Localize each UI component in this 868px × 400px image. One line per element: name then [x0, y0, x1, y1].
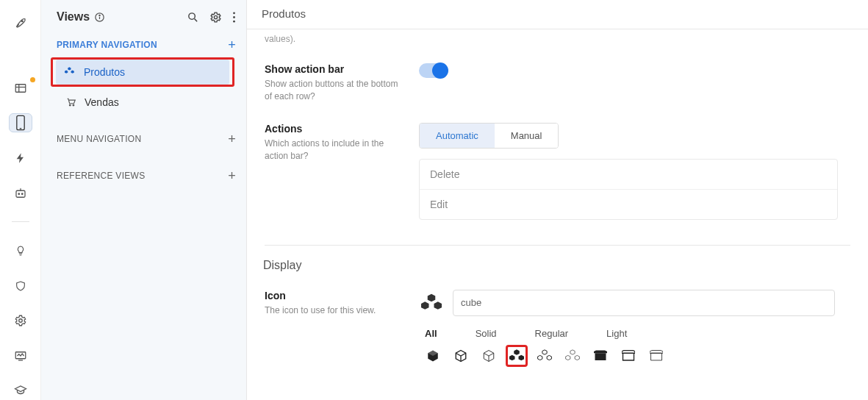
divider [265, 245, 850, 246]
section-menu-navigation: MENU NAVIGATION + [57, 132, 236, 146]
icon-option-cube-solid[interactable] [422, 345, 444, 367]
nav-item-label: Produtos [84, 66, 125, 78]
rail-separator [12, 221, 29, 222]
svg-point-10 [18, 319, 22, 323]
setting-actions-desc: Which actions to include in the action b… [265, 138, 407, 163]
rail-bot-icon[interactable] [9, 184, 32, 203]
icon-search-input[interactable] [453, 290, 835, 316]
icon-option-cubes-solid[interactable] [506, 345, 528, 367]
main-panel: Produtos values). Show action bar Show a… [247, 0, 868, 400]
icon-tab-regular[interactable]: Regular [535, 328, 569, 339]
toggle-show-action-bar[interactable] [419, 63, 447, 78]
section-reference-views: REFERENCE VIEWS + [57, 169, 236, 182]
seg-automatic[interactable]: Automatic [420, 124, 495, 148]
svg-rect-6 [16, 190, 25, 197]
action-item-edit[interactable]: Edit [420, 189, 837, 219]
cart-icon [65, 97, 77, 107]
icon-option-cubes-outline[interactable] [534, 345, 556, 367]
actions-list: Delete Edit [419, 159, 838, 220]
svg-point-20 [233, 16, 235, 18]
section-display: Display [263, 259, 853, 272]
sidebar-title: Views [57, 10, 90, 24]
icon-option-box-outline[interactable] [617, 345, 639, 367]
section-label: PRIMARY NAVIGATION [57, 40, 157, 50]
icon-option-cubes-outline-thin[interactable] [562, 345, 584, 367]
section-label: REFERENCE VIEWS [57, 171, 146, 181]
icon-option-cube-outline-thin[interactable] [478, 345, 500, 367]
rail-views-icon[interactable] [9, 113, 32, 132]
setting-action-bar-title: Show action bar [265, 63, 407, 75]
add-ref-view-icon[interactable]: + [228, 169, 236, 182]
svg-point-21 [233, 20, 235, 22]
more-icon[interactable] [232, 11, 236, 24]
highlight-produtos: Produtos [51, 57, 234, 87]
nav-item-vendas[interactable]: Vendas [57, 90, 236, 115]
rail-graduation-icon[interactable] [9, 381, 32, 400]
seg-manual[interactable]: Manual [495, 124, 559, 148]
svg-point-19 [233, 12, 235, 14]
setting-actions-title: Actions [265, 123, 407, 135]
setting-action-bar-desc: Show action buttons at the bottom of eac… [265, 78, 407, 104]
rail-bolt-icon[interactable] [9, 149, 32, 168]
svg-rect-4 [16, 116, 24, 130]
rail-data-icon[interactable] [9, 79, 32, 98]
icon-option-box-solid[interactable] [589, 345, 611, 367]
svg-point-18 [214, 15, 217, 18]
icon-option-cube-outline[interactable] [450, 345, 472, 367]
icon-tab-light[interactable]: Light [606, 328, 627, 339]
icon-preview [419, 290, 444, 315]
icon-grid [422, 345, 850, 367]
actions-mode-segment: Automatic Manual [419, 123, 559, 149]
icon-tab-solid[interactable]: Solid [476, 328, 497, 339]
svg-point-16 [189, 12, 196, 18]
svg-point-0 [21, 21, 23, 22]
svg-point-15 [99, 15, 100, 15]
page-title: Produtos [247, 0, 868, 29]
icon-option-box-outline-thin[interactable] [645, 345, 667, 367]
add-menu-nav-icon[interactable]: + [228, 132, 236, 146]
action-item-delete[interactable]: Delete [420, 160, 837, 189]
rail-bulb-icon[interactable] [9, 241, 32, 260]
section-primary-navigation: PRIMARY NAVIGATION + [57, 38, 236, 51]
rail-gear-icon[interactable] [9, 311, 32, 330]
svg-point-22 [69, 104, 71, 106]
icon-tab-all[interactable]: All [425, 328, 437, 339]
search-icon[interactable] [187, 11, 199, 24]
rail-rocket-icon[interactable] [9, 13, 32, 32]
svg-point-8 [18, 193, 20, 195]
section-label: MENU NAVIGATION [57, 134, 141, 144]
truncated-text: values). [265, 34, 853, 44]
views-sidebar: Views PRIMARY NAVIGATION + [41, 0, 247, 400]
nav-item-label: Vendas [85, 96, 119, 108]
rail-shield-icon[interactable] [9, 276, 32, 296]
svg-point-9 [21, 193, 23, 195]
cubes-icon [65, 67, 76, 77]
svg-point-23 [73, 104, 74, 106]
nav-rail [0, 0, 41, 400]
rail-monitor-icon[interactable] [9, 346, 32, 365]
add-primary-nav-icon[interactable]: + [228, 38, 236, 51]
setting-icon-title: Icon [265, 290, 407, 301]
svg-line-17 [195, 18, 198, 21]
setting-icon-desc: The icon to use for this view. [265, 304, 407, 317]
info-icon[interactable] [94, 12, 105, 23]
gear-icon[interactable] [209, 11, 222, 24]
nav-item-produtos[interactable]: Produtos [56, 60, 229, 85]
svg-rect-1 [15, 84, 26, 92]
